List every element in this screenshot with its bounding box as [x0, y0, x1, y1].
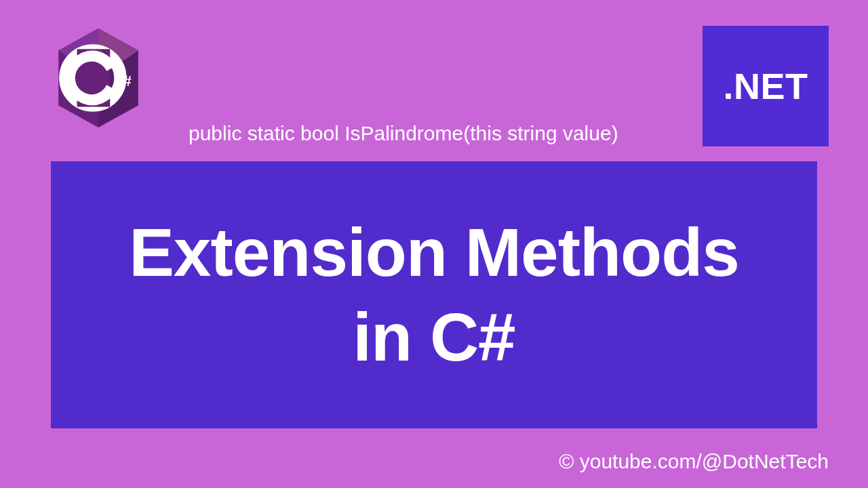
dotnet-label: .NET — [723, 65, 808, 107]
dotnet-badge: .NET — [703, 26, 829, 146]
title-line-1: Extension Methods — [129, 210, 739, 295]
title-box: Extension Methods in C# — [51, 161, 817, 428]
code-snippet-text: public static bool IsPalindrome(this str… — [189, 122, 618, 145]
title-line-2: in C# — [353, 295, 515, 380]
attribution-text: © youtube.com/@DotNetTech — [559, 450, 829, 473]
svg-text:#: # — [123, 73, 132, 89]
csharp-logo-icon: # — [54, 28, 142, 127]
